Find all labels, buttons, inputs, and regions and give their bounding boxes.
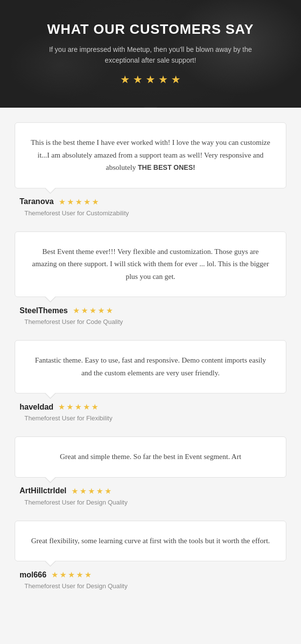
hero-subtitle: If you are impressed with Meetup, then y… [43,44,258,66]
reviewer-role-3: Themeforest User for Flexibility [20,414,286,422]
hero-title: WHAT OUR CUSTOMERS SAY [43,22,258,37]
quote-text-4: Great and simple theme. So far the best … [31,451,270,463]
reviewer-star-3-1: ★ [58,402,65,412]
reviewer-star-4-3: ★ [88,486,95,496]
testimonial-block-1: This is the best theme I have ever worke… [15,122,286,217]
reviewer-name-5: mol666 [20,571,46,579]
reviewer-star-2-2: ★ [81,306,88,315]
quote-card-2: Best Event theme ever!!! Very flexible a… [15,231,286,298]
reviewer-star-4-1: ★ [71,486,78,496]
reviewer-star-5-5: ★ [85,570,91,579]
reviewer-star-5-3: ★ [68,570,75,579]
reviewer-role-5: Themeforest User for Design Quality [20,582,286,590]
testimonial-block-5: Great flexibility, some learning curve a… [15,521,286,590]
reviewer-star-3-2: ★ [66,402,73,412]
reviewer-star-2-5: ★ [106,306,113,315]
reviewer-stars-4: ★★★★★ [71,486,111,496]
reviewer-star-5-2: ★ [60,570,66,579]
reviewer-stars-2: ★★★★★ [73,306,113,315]
hero-star-1: ★ [120,73,130,86]
reviewer-name-4: ArtHillctrIdel [20,486,66,495]
quote-text-2: Best Event theme ever!!! Very flexible a… [31,246,270,283]
reviewer-star-3-4: ★ [83,402,90,412]
quote-card-5: Great flexibility, some learning curve a… [15,521,286,562]
quote-card-1: This is the best theme I have ever worke… [15,122,286,188]
reviewer-role-4: Themeforest User for Design Quality [20,499,286,506]
reviewer-star-3-3: ★ [75,402,82,412]
reviewer-stars-5: ★★★★★ [51,570,91,579]
hero-stars: ★ ★ ★ ★ ★ [43,73,258,86]
quote-text-1: This is the best theme I have ever worke… [31,137,270,174]
reviewer-star-1-3: ★ [75,197,82,207]
testimonial-block-4: Great and simple theme. So far the best … [15,437,286,506]
quote-card-4: Great and simple theme. So far the best … [15,437,286,478]
reviewer-star-5-4: ★ [76,570,83,579]
reviewer-star-1-4: ★ [84,197,90,207]
reviewer-star-2-4: ★ [98,306,105,315]
hero-star-4: ★ [158,73,168,86]
hero-star-3: ★ [146,73,155,86]
testimonial-block-3: Fantastic theme. Easy to use, fast and r… [15,340,286,422]
reviewer-star-2-3: ★ [89,306,96,315]
reviewer-star-2-1: ★ [73,306,80,315]
reviewer-star-4-5: ★ [105,486,111,496]
quote-text-3: Fantastic theme. Easy to use, fast and r… [31,354,270,379]
reviewer-name-2: SteelThemes [20,306,68,315]
quote-text-5: Great flexibility, some learning curve a… [31,535,270,548]
reviewer-role-1: Themeforest User for Customizability [20,209,286,217]
reviewer-star-1-2: ★ [67,197,74,207]
quote-card-3: Fantastic theme. Easy to use, fast and r… [15,340,286,393]
hero-section: WHAT OUR CUSTOMERS SAY If you are impres… [0,0,301,108]
reviewer-stars-3: ★★★★★ [58,402,98,412]
hero-content: WHAT OUR CUSTOMERS SAY If you are impres… [43,22,258,87]
reviewer-stars-1: ★★★★★ [59,197,99,207]
hero-arrow [144,107,157,108]
testimonial-block-2: Best Event theme ever!!! Very flexible a… [15,231,286,326]
reviewer-star-5-1: ★ [51,570,58,579]
reviewer-name-1: Taranova [20,197,54,206]
reviewer-star-4-4: ★ [96,486,103,496]
reviewer-star-3-5: ★ [91,402,98,412]
reviewer-star-4-2: ★ [80,486,86,496]
reviewer-role-2: Themeforest User for Code Quality [20,318,286,325]
reviewer-name-3: haveIdad [20,403,53,412]
reviewer-star-1-1: ★ [59,197,65,207]
testimonials-section: This is the best theme I have ever worke… [0,108,301,614]
hero-star-5: ★ [171,73,181,86]
hero-star-2: ★ [133,73,143,86]
reviewer-star-1-5: ★ [92,197,99,207]
